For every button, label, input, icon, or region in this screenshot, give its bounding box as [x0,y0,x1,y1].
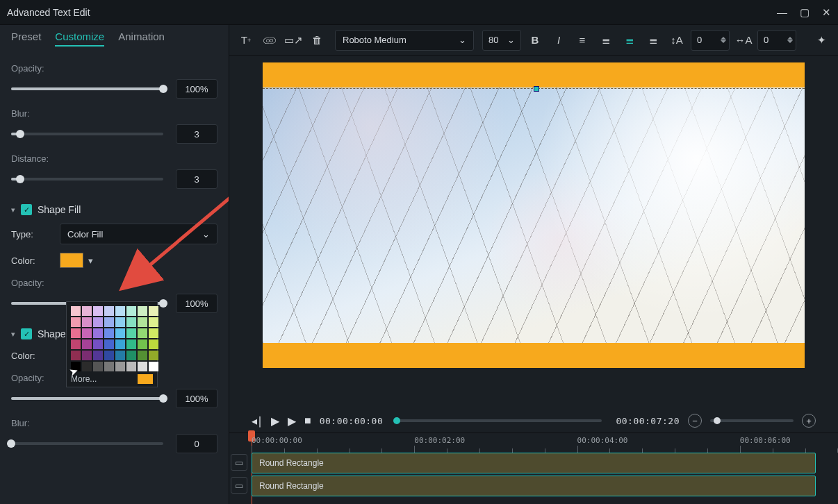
title-background-top[interactable] [263,62,805,87]
selection-handle[interactable] [534,86,539,92]
color-cell[interactable] [115,328,125,338]
color-cell[interactable] [149,351,158,360]
color-cell[interactable] [115,317,125,327]
border-blur-slider[interactable] [11,442,163,445]
color-cell[interactable] [71,351,81,360]
shape-border-checkbox[interactable]: ✓ [21,328,32,339]
distance-slider[interactable] [11,178,163,180]
shape-fill-checkbox[interactable]: ✓ [21,204,32,215]
line-height-icon[interactable]: ↕A [667,31,687,50]
align-right-icon[interactable]: ≣ [620,31,639,50]
color-cell[interactable] [138,317,147,327]
timeline-clip[interactable]: Round Rectangle [252,476,816,496]
border-opacity-value[interactable]: 100% [176,389,217,408]
color-cell[interactable] [126,351,136,360]
maximize-icon[interactable]: ▢ [800,6,810,19]
color-cell[interactable] [93,328,103,338]
crop-icon[interactable]: ⟃⟄ [260,31,279,50]
chevron-down-icon[interactable]: ▾ [11,205,15,215]
type-select[interactable]: Color Fill ⌄ [60,224,217,244]
close-icon[interactable]: ✕ [822,6,831,19]
blur-slider[interactable] [11,133,163,135]
color-cell[interactable] [93,306,103,316]
blur-value[interactable]: 3 [176,124,217,144]
track-icon[interactable]: ▭ [231,477,247,494]
color-cell[interactable] [93,351,103,360]
progress-bar[interactable] [397,419,602,422]
font-size-select[interactable]: 80 ⌄ [482,30,521,51]
color-cell[interactable] [115,339,125,349]
align-left-icon[interactable]: ≡ [573,31,592,50]
color-cell[interactable] [104,306,114,316]
title-background-bottom[interactable] [263,343,805,368]
color-cell[interactable] [71,306,81,316]
color-cell[interactable] [104,328,114,338]
add-text-icon[interactable]: T+ [236,31,256,50]
align-justify-icon[interactable]: ≣ [643,31,663,50]
delete-icon[interactable]: 🗑 [307,31,327,50]
chevron-down-icon[interactable]: ▾ [11,330,15,339]
color-cell[interactable] [126,339,136,349]
char-spacing-icon[interactable]: ↔A [734,31,753,50]
color-cell[interactable] [82,351,92,360]
tab-customize[interactable]: Customize [55,31,104,47]
timeline-ruler[interactable]: 00:00:00:0000:00:02:0000:00:04:0000:00:0… [252,433,816,453]
opacity-slider[interactable] [11,87,163,90]
color-cell[interactable] [82,317,92,327]
fill-opacity-value[interactable]: 100% [176,294,217,313]
color-cell[interactable] [115,362,125,371]
color-cell[interactable] [149,306,158,316]
play-button[interactable]: ▶ [271,414,279,428]
zoom-in-button[interactable]: + [802,414,816,428]
preview-canvas[interactable] [263,62,805,368]
tab-preset[interactable]: Preset [11,31,41,47]
prev-frame-button[interactable]: ◂∣ [252,414,263,428]
stop-button[interactable]: ■ [304,414,311,427]
italic-button[interactable]: I [549,31,568,50]
align-center-icon[interactable]: ≣ [596,31,616,50]
color-cell[interactable] [149,317,158,327]
color-cell[interactable] [71,328,81,338]
color-cell[interactable] [71,317,81,327]
color-cell[interactable] [93,339,103,349]
color-cell[interactable] [126,317,136,327]
color-cell[interactable] [149,362,158,371]
export-icon[interactable]: ▭↗ [284,31,303,50]
color-cell[interactable] [71,339,81,349]
play-all-button[interactable]: ▶ [288,414,296,428]
zoom-slider[interactable] [710,419,794,422]
color-cell[interactable] [126,306,136,316]
color-cell[interactable] [93,362,103,371]
opacity-value[interactable]: 100% [176,79,217,99]
color-cell[interactable] [104,317,114,327]
bold-button[interactable]: B [525,31,545,50]
color-cell[interactable] [149,339,158,349]
tab-animation[interactable]: Animation [118,31,165,47]
color-cell[interactable] [93,317,103,327]
settings-icon[interactable]: ✦ [812,31,831,50]
color-cell[interactable] [115,351,125,360]
font-select[interactable]: Roboto Medium ⌄ [335,30,474,51]
color-cell[interactable] [126,328,136,338]
color-cell[interactable] [149,328,158,338]
color-cell[interactable] [82,306,92,316]
track-icon[interactable]: ▭ [231,454,247,471]
color-cell[interactable] [138,339,147,349]
char-spacing-input[interactable]: 0 [757,30,796,51]
color-cell[interactable] [104,339,114,349]
distance-value[interactable]: 3 [176,169,217,189]
color-cell[interactable] [138,351,147,360]
color-cell[interactable] [115,306,125,316]
zoom-out-button[interactable]: − [688,414,702,428]
color-cell[interactable] [126,362,136,371]
color-cell[interactable] [82,339,92,349]
color-cell[interactable] [138,328,147,338]
color-cell[interactable] [104,351,114,360]
color-cell[interactable] [82,328,92,338]
color-cell[interactable] [138,306,147,316]
color-cell[interactable] [104,362,114,371]
line-height-input[interactable]: 0 [691,30,730,51]
minimize-icon[interactable]: — [777,6,787,19]
border-opacity-slider[interactable] [11,397,163,400]
color-cell[interactable] [82,362,92,371]
